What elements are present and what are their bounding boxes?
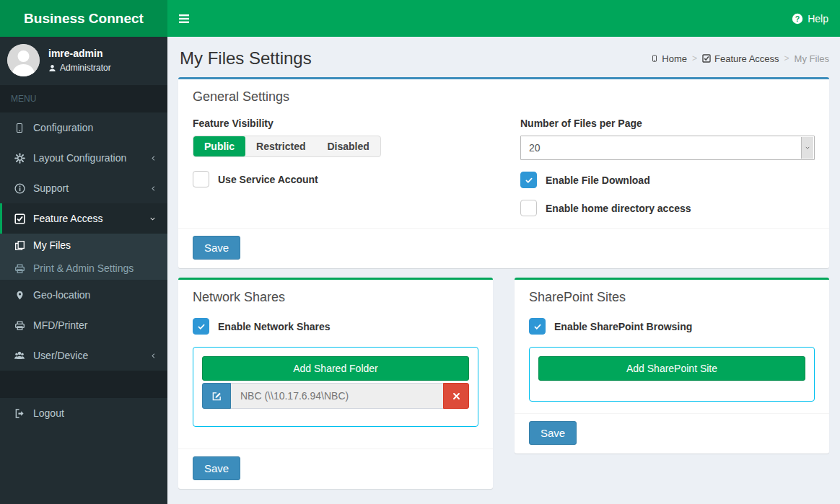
- brand-logo[interactable]: Business Connect: [0, 0, 167, 37]
- content-header: My Files Settings Home > Feature Access: [178, 44, 829, 77]
- enable-network-shares-label: Enable Network Shares: [218, 321, 331, 332]
- sidebar-item-configuration[interactable]: Configuration: [0, 112, 167, 143]
- sharepoint-sites-panel: SharePoint Sites Enable SharePoint Brows…: [515, 278, 829, 454]
- breadcrumb-home[interactable]: Home: [651, 53, 687, 64]
- select-chevron-down-icon[interactable]: [801, 137, 813, 159]
- files-per-page-label: Number of Files per Page: [520, 118, 815, 129]
- use-service-account-checkbox[interactable]: [193, 171, 209, 187]
- sidebar-item-label: Print & Admin Settings: [33, 262, 134, 274]
- help-button[interactable]: ? Help: [792, 13, 828, 25]
- sidebar-toggle-button[interactable]: [178, 0, 207, 37]
- feature-access-submenu: My Files Print & Admin Settings: [0, 234, 167, 280]
- files-copy-icon: [13, 240, 26, 251]
- breadcrumb-feature-access[interactable]: Feature Access: [702, 53, 779, 64]
- feature-visibility-button-group: Public Restricted Disabled: [193, 136, 381, 157]
- sidebar-item-label: Logout: [33, 407, 64, 419]
- sidebar-item-mfd-printer[interactable]: MFD/Printer: [0, 310, 167, 340]
- help-icon: ?: [792, 13, 803, 25]
- breadcrumb-separator: >: [784, 53, 789, 63]
- sidebar: imre-admin Administrator MENU Configurat: [0, 37, 167, 504]
- user-icon: [48, 64, 56, 72]
- sidebar-item-print-admin-settings[interactable]: Print & Admin Settings: [0, 257, 167, 280]
- sidebar-item-layout-configuration[interactable]: Layout Configuration: [0, 143, 167, 173]
- enable-file-download-checkbox[interactable]: [520, 172, 537, 188]
- chevron-left-icon: [150, 154, 157, 162]
- breadcrumb: Home > Feature Access > My Files: [651, 53, 829, 64]
- enable-home-directory-checkbox[interactable]: [520, 200, 537, 216]
- sidebar-item-user-device[interactable]: User/Device: [0, 340, 167, 371]
- enable-home-directory-label: Enable home directory access: [546, 203, 691, 214]
- visibility-restricted-button[interactable]: Restricted: [245, 136, 316, 156]
- avatar: [7, 44, 40, 76]
- tablet-icon: [651, 54, 658, 63]
- sidebar-item-label: User/Device: [33, 350, 88, 361]
- enable-sharepoint-browsing-label: Enable SharePoint Browsing: [554, 321, 692, 332]
- printer-icon: [13, 320, 26, 331]
- pencil-square-icon: [211, 391, 222, 402]
- sidebar-item-label: Geo-location: [33, 289, 90, 301]
- printer-icon: [13, 263, 26, 274]
- sidebar-item-label: Feature Access: [33, 213, 103, 224]
- user-info: imre-admin Administrator: [48, 48, 111, 73]
- visibility-public-button[interactable]: Public: [193, 136, 245, 156]
- breadcrumb-current: My Files: [795, 53, 829, 64]
- sidebar-menu: Configuration Layout Configuration Supp: [0, 112, 167, 371]
- user-role-label: Administrator: [60, 63, 111, 73]
- app-window: Business Connect ? Help: [0, 0, 840, 504]
- shared-folder-row: NBC (\\10.17.6.94\NBC): [202, 383, 469, 409]
- help-label: Help: [808, 13, 828, 25]
- network-shares-save-button[interactable]: Save: [193, 456, 240, 480]
- files-per-page-select[interactable]: 20: [520, 136, 815, 160]
- sharepoint-sites-title: SharePoint Sites: [529, 290, 815, 305]
- sharepoint-save-button[interactable]: Save: [529, 421, 577, 445]
- menu-header: MENU: [0, 85, 167, 112]
- sidebar-item-my-files[interactable]: My Files: [0, 234, 167, 257]
- sidebar-item-label: My Files: [33, 239, 71, 251]
- edit-share-button[interactable]: [202, 383, 231, 409]
- top-navbar: Business Connect ? Help: [0, 0, 840, 37]
- users-icon: [13, 350, 26, 361]
- add-shared-folder-button[interactable]: Add Shared Folder: [202, 356, 469, 381]
- network-shares-panel: Network Shares Enable Network Shares Add…: [178, 278, 493, 489]
- breadcrumb-separator: >: [692, 53, 697, 63]
- chevron-left-icon: [150, 185, 157, 193]
- svg-text:?: ?: [795, 14, 800, 22]
- sidebar-divider-band: [0, 371, 167, 398]
- network-shares-title: Network Shares: [193, 290, 478, 305]
- sidebar-item-label: MFD/Printer: [33, 319, 87, 331]
- general-settings-panel: General Settings Feature Visibility Publ…: [178, 77, 829, 268]
- gear-icon: [13, 153, 26, 164]
- visibility-disabled-button[interactable]: Disabled: [316, 136, 380, 156]
- page-title: My Files Settings: [180, 48, 312, 68]
- check-square-icon: [13, 213, 26, 224]
- add-sharepoint-site-button[interactable]: Add SharePoint Site: [538, 356, 805, 381]
- feature-visibility-label: Feature Visibility: [193, 118, 487, 129]
- close-icon: [452, 392, 460, 400]
- logout-icon: [13, 408, 26, 419]
- sidebar-item-feature-access[interactable]: Feature Access: [0, 203, 167, 234]
- use-service-account-label: Use Service Account: [218, 174, 318, 185]
- sidebar-item-support[interactable]: Support: [0, 173, 167, 203]
- map-pin-icon: [13, 290, 26, 301]
- enable-network-shares-checkbox[interactable]: [193, 318, 209, 335]
- chevron-down-icon: [149, 216, 157, 222]
- check-square-icon: [702, 54, 711, 63]
- enable-file-download-label: Enable File Download: [546, 174, 650, 186]
- sidebar-item-label: Support: [33, 182, 69, 194]
- sidebar-item-geo-location[interactable]: Geo-location: [0, 280, 167, 310]
- shared-folders-box: Add Shared Folder NBC (\\10.17.6.94\NBC): [193, 347, 478, 427]
- tablet-icon: [13, 123, 26, 133]
- sidebar-item-logout[interactable]: Logout: [0, 398, 167, 428]
- enable-sharepoint-browsing-checkbox[interactable]: [529, 318, 546, 335]
- shared-folder-name: NBC (\\10.17.6.94\NBC): [231, 383, 443, 409]
- general-save-button[interactable]: Save: [193, 236, 240, 260]
- hamburger-icon: [178, 14, 190, 24]
- user-panel: imre-admin Administrator: [0, 37, 167, 85]
- sidebar-item-label: Layout Configuration: [33, 152, 126, 164]
- navbar-right-section: ? Help: [167, 0, 840, 37]
- sidebar-item-label: Configuration: [33, 122, 93, 133]
- delete-share-button[interactable]: [443, 383, 469, 409]
- sharepoint-sites-box: Add SharePoint Site: [529, 347, 815, 402]
- general-right-column: Number of Files per Page 20: [520, 118, 815, 216]
- chevron-left-icon: [150, 352, 157, 360]
